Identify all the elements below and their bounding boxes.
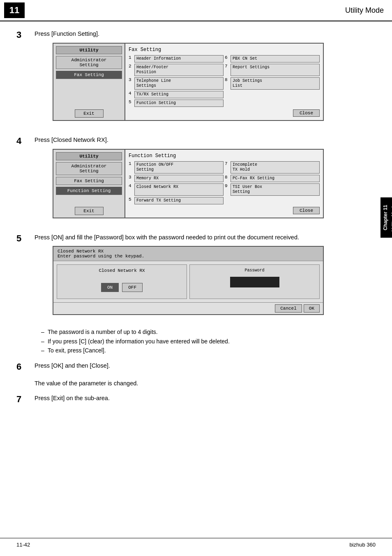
step-3-number: 3 bbox=[16, 30, 31, 40]
step-3-row: 3 Press [Function Setting]. Utility Admi… bbox=[16, 30, 363, 129]
step-3-content: Press [Function Setting]. Utility Admini… bbox=[35, 30, 363, 129]
admin-setting-btn-4[interactable]: AdministratorSetting bbox=[56, 162, 122, 175]
step-7-number: 7 bbox=[16, 394, 31, 405]
step-3-screen-right: Fax Setting 1 Header Information 6 PBX C… bbox=[125, 44, 323, 120]
on-button[interactable]: ON bbox=[101, 283, 119, 292]
cancel-button[interactable]: Cancel bbox=[275, 304, 302, 313]
step-6-text: Press [OK] and then [Close]. bbox=[35, 361, 363, 371]
footer-page-number: 11-42 bbox=[16, 542, 30, 548]
step-4-screen-title: Function Setting bbox=[129, 153, 320, 159]
chapter-number-box: 11 bbox=[4, 2, 25, 18]
fax-menu-4[interactable]: 4 TX/RX Setting bbox=[129, 91, 224, 98]
step-4-text: Press [Closed Network RX]. bbox=[35, 136, 363, 145]
close-btn-3[interactable]: Close bbox=[293, 109, 320, 117]
step-7-row: 7 Press [Exit] on the sub-area. bbox=[16, 394, 363, 405]
step-6-para: The value of the parameter is changed. bbox=[35, 379, 363, 388]
off-button[interactable]: OFF bbox=[122, 283, 143, 292]
side-tab: Chapter 11 Utility Mode bbox=[380, 197, 392, 238]
cnrx-on-off-row: ON OFF bbox=[60, 283, 183, 292]
step-4-screen-left: Utility AdministratorSetting Fax Setting… bbox=[53, 150, 125, 218]
cnrx-header-line2: Enter password using the keypad. bbox=[58, 254, 319, 259]
step-4-screen-bottom: Close bbox=[129, 207, 320, 214]
cnrx-right-panel: Password bbox=[189, 264, 320, 299]
func-menu-4[interactable]: 4 Closed Network RX bbox=[129, 183, 224, 196]
page-title: Utility Mode bbox=[345, 6, 384, 15]
cnrx-header-line1: Closed Network RX bbox=[58, 249, 319, 254]
fax-menu-8[interactable]: 8 Job SettingsList bbox=[225, 77, 320, 90]
step-5-text: Press [ON] and fill the [Password] box w… bbox=[35, 233, 363, 242]
step-4-number: 4 bbox=[16, 136, 31, 146]
cnrx-left-panel: Closed Network RX ON OFF bbox=[57, 264, 187, 299]
bullet-3: To exit, press [Cancel]. bbox=[41, 346, 363, 355]
step-6-number: 6 bbox=[16, 361, 31, 372]
step-6-content: Press [OK] and then [Close]. bbox=[35, 361, 363, 371]
fax-setting-btn[interactable]: Fax Setting bbox=[56, 71, 122, 79]
ok-button[interactable]: OK bbox=[304, 304, 320, 313]
page-footer: 11-42 bizhub 360 bbox=[0, 538, 392, 548]
utility-title-btn-4[interactable]: Utility bbox=[56, 152, 122, 160]
chapter-number: 11 bbox=[9, 5, 19, 16]
footer-product-name: bizhub 360 bbox=[349, 542, 376, 548]
step-3-screen: Utility AdministratorSetting Fax Setting… bbox=[53, 43, 324, 121]
step-4-screen-right: Function Setting 1 Function ON/OFFSettin… bbox=[125, 150, 323, 218]
fax-menu-1[interactable]: 1 Header Information bbox=[129, 55, 224, 63]
step-4-screen: Utility AdministratorSetting Fax Setting… bbox=[53, 149, 324, 218]
side-tab-chapter: Chapter 11 bbox=[383, 205, 388, 230]
func-menu-5[interactable]: 5 Forward TX Setting bbox=[129, 197, 224, 204]
cnrx-footer: Cancel OK bbox=[53, 302, 323, 314]
step-4-content: Press [Closed Network RX]. Utility Admin… bbox=[35, 136, 363, 227]
cnrx-left-title: Closed Network RX bbox=[60, 268, 183, 273]
func-menu-1[interactable]: 1 Function ON/OFFSetting bbox=[129, 161, 224, 174]
fax-menu-empty-right bbox=[225, 91, 320, 98]
step-4-row: 4 Press [Closed Network RX]. Utility Adm… bbox=[16, 136, 363, 227]
fax-menu-6[interactable]: 6 PBX CN Set bbox=[225, 55, 320, 63]
step-7-text: Press [Exit] on the sub-area. bbox=[35, 394, 363, 403]
exit-btn-4[interactable]: Exit bbox=[75, 207, 104, 215]
fax-menu-2[interactable]: 2 Header/FooterPosition bbox=[129, 64, 224, 76]
bullet-list: The password is a number of up to 4 digi… bbox=[41, 327, 363, 355]
fax-menu-7[interactable]: 7 Report Settings bbox=[225, 64, 320, 76]
utility-title-btn[interactable]: Utility bbox=[56, 46, 122, 54]
step-3-text: Press [Function Setting]. bbox=[35, 30, 363, 39]
bullet-1: The password is a number of up to 4 digi… bbox=[41, 327, 363, 336]
func-menu-7[interactable]: 7 IncompleteTX Hold bbox=[225, 161, 320, 174]
cnrx-right-title: Password bbox=[193, 268, 316, 273]
main-content: 3 Press [Function Setting]. Utility Admi… bbox=[0, 21, 380, 419]
cnrx-body: Closed Network RX ON OFF Password bbox=[53, 261, 323, 302]
step-3-screen-left: Utility AdministratorSetting Fax Setting… bbox=[53, 44, 125, 120]
exit-btn-3[interactable]: Exit bbox=[75, 109, 104, 118]
fax-menu-3[interactable]: 3 Telephone LineSettings bbox=[129, 77, 224, 90]
cnrx-header: Closed Network RX Enter password using t… bbox=[53, 247, 323, 261]
step-3-screen-title: Fax Setting bbox=[129, 47, 320, 53]
step-3-screen-bottom: Close bbox=[129, 109, 320, 117]
function-setting-btn-4[interactable]: Function Setting bbox=[56, 187, 122, 195]
close-btn-4[interactable]: Close bbox=[293, 207, 320, 214]
step-6-row: 6 Press [OK] and then [Close]. bbox=[16, 361, 363, 372]
step-3-menu-grid: 1 Header Information 6 PBX CN Set 2 Head… bbox=[129, 55, 320, 107]
step-5-row: 5 Press [ON] and fill the [Password] box… bbox=[16, 233, 363, 321]
step-4-menu-grid: 1 Function ON/OFFSetting 7 IncompleteTX … bbox=[129, 161, 320, 204]
func-menu-3[interactable]: 3 Memory RX bbox=[129, 175, 224, 182]
step-5-number: 5 bbox=[16, 233, 31, 244]
bullet-2: If you press [C] (clear) the information… bbox=[41, 337, 363, 346]
step-7-content: Press [Exit] on the sub-area. bbox=[35, 394, 363, 403]
step-5-content: Press [ON] and fill the [Password] box w… bbox=[35, 233, 363, 321]
page-header: 11 Utility Mode bbox=[0, 0, 392, 21]
admin-setting-btn[interactable]: AdministratorSetting bbox=[56, 56, 122, 69]
func-menu-8[interactable]: 8 PC-Fax RX Setting bbox=[225, 175, 320, 182]
fax-menu-5[interactable]: 5 Function Setting bbox=[129, 100, 224, 107]
func-menu-9[interactable]: 9 TSI User BoxSetting bbox=[225, 183, 320, 196]
fax-setting-btn-4[interactable]: Fax Setting bbox=[56, 177, 122, 185]
step-5-screen: Closed Network RX Enter password using t… bbox=[53, 246, 324, 315]
password-input-box[interactable] bbox=[230, 277, 279, 287]
